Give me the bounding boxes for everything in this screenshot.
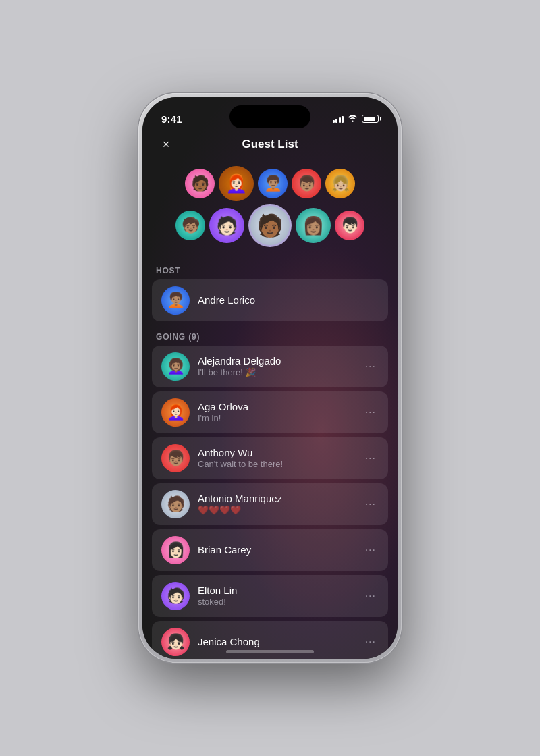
guest-status: I'll be there! 🎉 bbox=[198, 367, 354, 379]
guest-avatar: 👦🏽 bbox=[161, 444, 190, 473]
dynamic-island bbox=[230, 105, 310, 128]
guest-info: Brian Carey bbox=[198, 543, 354, 557]
guest-name: Anthony Wu bbox=[198, 446, 354, 460]
guest-info: Elton Lin stoked! bbox=[198, 584, 354, 608]
list-item[interactable]: 👩🏻‍🦰 Aga Orlova I'm in! ··· bbox=[152, 392, 388, 433]
guest-status: stoked! bbox=[198, 597, 354, 608]
guest-avatar: 👧🏻 bbox=[161, 628, 190, 656]
avatar-7[interactable]: 🧑🏻 bbox=[209, 208, 244, 243]
avatar-5[interactable]: 👧🏼 bbox=[325, 169, 355, 198]
close-button[interactable]: × bbox=[156, 134, 176, 155]
avatar-row-2: 🧒🏽 🧑🏻 🧑🏾 👩🏽 👦🏻 bbox=[176, 204, 364, 247]
guest-avatar: 🧑🏽 bbox=[161, 490, 190, 518]
more-button[interactable]: ··· bbox=[362, 633, 379, 651]
avatar-8-host[interactable]: 🧑🏾 bbox=[248, 204, 292, 247]
guest-info: Anthony Wu Can't wait to be there! bbox=[198, 446, 354, 470]
signal-icon bbox=[333, 115, 344, 123]
list-item[interactable]: 🧑🏽 Antonio Manriquez ❤️❤️❤️❤️ ··· bbox=[152, 483, 388, 525]
host-section-label: HOST bbox=[142, 259, 398, 279]
guest-name: Antonio Manriquez bbox=[198, 492, 354, 506]
more-button[interactable]: ··· bbox=[362, 495, 379, 513]
phone-device: 9:41 bbox=[138, 93, 402, 663]
guest-name: Brian Carey bbox=[198, 543, 354, 557]
guest-name: Elton Lin bbox=[198, 584, 354, 597]
guests-list: 👩🏽‍🦱 Alejandra Delgado I'll be there! 🎉 … bbox=[142, 346, 398, 659]
host-info: Andre Lorico bbox=[198, 294, 379, 307]
avatar-4[interactable]: 👦🏽 bbox=[292, 169, 321, 198]
status-time: 9:41 bbox=[161, 113, 182, 125]
battery-icon bbox=[362, 115, 379, 123]
guest-avatar: 👩🏽‍🦱 bbox=[161, 352, 190, 381]
going-section-label: GOING (9) bbox=[142, 325, 398, 346]
avatar-10[interactable]: 👦🏻 bbox=[335, 211, 364, 240]
guest-status: ❤️❤️❤️❤️ bbox=[198, 505, 354, 516]
status-icons bbox=[333, 114, 379, 124]
more-button[interactable]: ··· bbox=[362, 541, 379, 559]
more-button[interactable]: ··· bbox=[362, 450, 379, 467]
avatar-row-1: 🧑🏾 👩🏻‍🦰 🧑🏽‍🦱 👦🏽 👧🏼 bbox=[185, 166, 355, 201]
guest-name: Aga Orlova bbox=[198, 400, 354, 414]
avatar-1[interactable]: 🧑🏾 bbox=[185, 169, 215, 198]
app-screen: 9:41 bbox=[142, 97, 398, 659]
list-item[interactable]: 👩🏽‍🦱 Alejandra Delgado I'll be there! 🎉 … bbox=[152, 346, 388, 387]
guest-info: Jenica Chong bbox=[198, 635, 354, 649]
more-button[interactable]: ··· bbox=[362, 404, 379, 421]
wifi-icon bbox=[348, 114, 358, 124]
host-name: Andre Lorico bbox=[198, 294, 379, 307]
list-item[interactable]: 👩🏻 Brian Carey ··· bbox=[152, 529, 388, 571]
avatar-9[interactable]: 👩🏽 bbox=[296, 208, 331, 243]
guest-avatar: 👩🏻‍🦰 bbox=[161, 398, 190, 427]
more-button[interactable]: ··· bbox=[362, 587, 379, 605]
avatar-cluster: 🧑🏾 👩🏻‍🦰 🧑🏽‍🦱 👦🏽 👧🏼 🧒🏽 🧑🏻 🧑🏾 👩🏽 👦🏻 bbox=[142, 159, 398, 259]
guest-name: Alejandra Delgado bbox=[198, 354, 354, 368]
guest-info: Alejandra Delgado I'll be there! 🎉 bbox=[198, 354, 354, 379]
phone-screen: 9:41 bbox=[142, 97, 398, 659]
list-item[interactable]: 🧑🏻 Elton Lin stoked! ··· bbox=[152, 575, 388, 617]
avatar-6[interactable]: 🧒🏽 bbox=[176, 211, 205, 240]
avatar-3[interactable]: 🧑🏽‍🦱 bbox=[258, 169, 288, 198]
guest-status: Can't wait to be there! bbox=[198, 459, 354, 470]
guest-info: Aga Orlova I'm in! bbox=[198, 400, 354, 425]
home-indicator bbox=[226, 650, 314, 653]
guest-status: I'm in! bbox=[198, 413, 354, 425]
guest-name: Jenica Chong bbox=[198, 635, 354, 649]
page-title: Guest List bbox=[242, 138, 298, 151]
host-avatar: 🧑🏽‍🦱 bbox=[161, 286, 190, 315]
guest-avatar: 👩🏻 bbox=[161, 536, 190, 564]
guest-info: Antonio Manriquez ❤️❤️❤️❤️ bbox=[198, 492, 354, 516]
more-button[interactable]: ··· bbox=[362, 358, 379, 375]
list-item[interactable]: 👦🏽 Anthony Wu Can't wait to be there! ··… bbox=[152, 437, 388, 479]
page-header: × Guest List bbox=[142, 131, 398, 159]
guest-avatar: 🧑🏻 bbox=[161, 582, 190, 610]
host-item[interactable]: 🧑🏽‍🦱 Andre Lorico bbox=[152, 279, 388, 321]
avatar-2[interactable]: 👩🏻‍🦰 bbox=[219, 166, 254, 201]
